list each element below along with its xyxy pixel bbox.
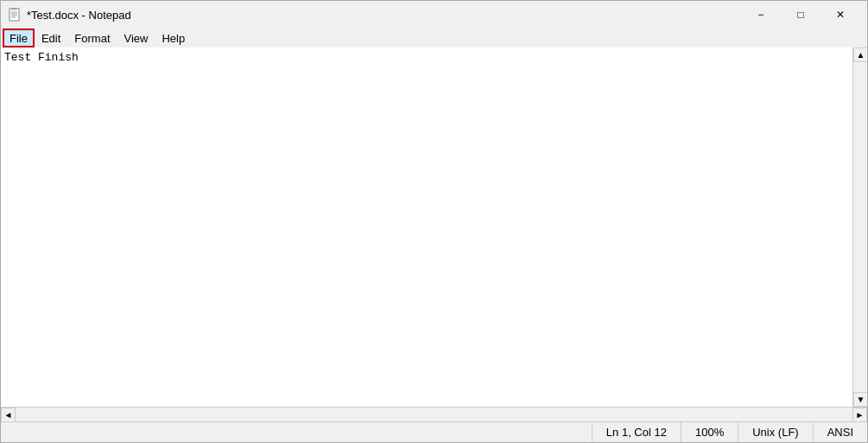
minimize-button[interactable]: − <box>741 1 781 28</box>
title-bar: *Test.docx - Notepad − □ ✕ <box>1 1 867 28</box>
scroll-left-button[interactable]: ◄ <box>1 408 16 422</box>
vertical-scrollbar: ▲ ▼ <box>852 47 867 407</box>
cursor-position: Ln 1, Col 12 <box>592 422 681 442</box>
window-title: *Test.docx - Notepad <box>27 9 131 22</box>
vscroll-track[interactable] <box>853 62 867 392</box>
line-ending: Unix (LF) <box>738 422 812 442</box>
notepad-icon <box>8 8 22 22</box>
menu-bar: File Edit Format View Help <box>1 28 867 47</box>
menu-item-format[interactable]: Format <box>67 28 117 47</box>
status-bar: Ln 1, Col 12 100% Unix (LF) ANSI <box>1 421 867 442</box>
hscroll-track[interactable] <box>16 408 852 421</box>
scroll-up-button[interactable]: ▲ <box>853 47 867 62</box>
menu-item-file[interactable]: File <box>3 28 35 47</box>
text-editor[interactable]: Test Finish <box>1 47 852 407</box>
encoding: ANSI <box>813 422 867 442</box>
editor-wrapper: Test Finish ▲ ▼ ◄ ► <box>1 47 867 421</box>
maximize-button[interactable]: □ <box>781 1 820 28</box>
menu-item-edit[interactable]: Edit <box>35 28 67 47</box>
menu-item-help[interactable]: Help <box>155 28 192 47</box>
scroll-down-button[interactable]: ▼ <box>853 392 867 407</box>
title-left: *Test.docx - Notepad <box>8 8 131 22</box>
svg-rect-1 <box>12 8 16 9</box>
horizontal-scrollbar: ◄ ► <box>1 407 867 421</box>
editor-and-vscroll: Test Finish ▲ ▼ <box>1 47 867 407</box>
window-controls: − □ ✕ <box>741 1 860 28</box>
menu-item-view[interactable]: View <box>117 28 155 47</box>
close-button[interactable]: ✕ <box>820 1 860 28</box>
zoom-level: 100% <box>681 422 738 442</box>
scroll-right-button[interactable]: ► <box>852 408 867 422</box>
svg-rect-0 <box>10 9 19 21</box>
